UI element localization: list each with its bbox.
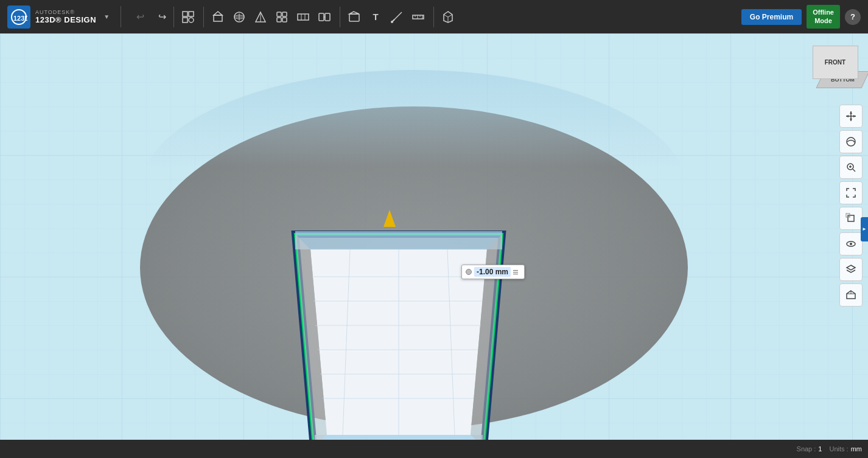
tool-group-transform [173,7,202,27]
svg-point-5 [189,18,194,23]
display-mode-button[interactable] [839,283,863,307]
nav-cube-front-face[interactable]: FRONT [813,46,858,79]
right-panel-collapse-tab[interactable]: ► [861,217,868,241]
svg-rect-24 [349,14,359,21]
logo-area: 123D AUTODESK® 123D® DESIGN ▼ [0,5,117,29]
svg-text:123D: 123D [13,15,27,22]
transform-tool-button[interactable] [178,7,198,27]
svg-rect-18 [298,14,309,20]
group-button[interactable] [314,7,335,27]
sketch-button[interactable] [229,7,250,27]
svg-marker-7 [214,12,222,15]
tool-group-more: T [340,7,432,27]
cup-object[interactable] [289,228,508,458]
svg-rect-53 [295,231,502,249]
redo-button[interactable]: ↪ [152,7,172,27]
ellipse-highlight [140,70,688,192]
snap-label: Snap : [797,445,816,453]
offline-mode-button[interactable]: Offline Mode [807,5,840,28]
svg-rect-2 [183,12,187,16]
construct-button[interactable] [250,7,271,27]
go-premium-button[interactable]: Go Premium [741,9,802,25]
toolbar-divider [121,6,121,27]
dimension-value[interactable]: -1.00 mm [474,267,511,277]
dimension-dropdown-button[interactable] [513,268,520,276]
nav-cube[interactable]: FRONT BOTTOM [813,46,867,97]
fit-view-button[interactable] [839,181,863,204]
snap-value: 1 [818,445,822,453]
svg-rect-29 [413,15,424,19]
logo-icon: 123D [7,5,30,29]
svg-marker-60 [850,119,852,121]
measure-button[interactable] [387,7,407,27]
svg-rect-21 [319,13,324,21]
svg-line-36 [448,15,452,17]
svg-rect-4 [183,18,187,23]
svg-rect-16 [277,18,281,22]
pan-tool-button[interactable] [839,105,863,128]
help-button[interactable]: ? [845,9,861,25]
snap-status: Snap : 1 [797,445,822,453]
svg-rect-6 [214,15,222,21]
move-arrow-up[interactable] [383,210,396,227]
toolbar-tools: ↩ ↪ [125,7,467,27]
svg-point-28 [391,21,393,23]
logo-text: AUTODESK® 123D® DESIGN [35,9,96,24]
text-button[interactable]: T [365,7,386,27]
svg-marker-62 [853,115,856,117]
svg-marker-25 [349,12,359,14]
orbit-tool-button[interactable] [839,130,863,153]
cup-svg [289,228,508,458]
svg-rect-17 [282,18,287,22]
tool-group-material [433,7,462,27]
tool-group-primitives [203,7,338,27]
svg-line-66 [853,169,855,172]
status-bar: Snap : 1 Units : mm [0,440,868,458]
dimension-dot [466,269,472,275]
undo-button[interactable]: ↩ [130,7,150,27]
visibility-button[interactable] [839,232,863,255]
modify-button[interactable] [271,7,292,27]
svg-rect-15 [282,12,287,16]
primitives-button[interactable] [208,7,228,27]
svg-marker-59 [850,111,852,114]
zoom-tool-button[interactable] [839,156,863,179]
units-status[interactable]: Units : mm [829,445,862,453]
right-panel: FRONT BOTTOM [839,40,868,458]
shell-button[interactable] [344,7,365,27]
logo-brand: AUTODESK® [35,9,96,15]
dimension-input-box[interactable]: -1.00 mm [461,265,525,279]
svg-marker-74 [847,265,855,270]
svg-point-73 [850,243,852,245]
svg-rect-14 [277,12,281,16]
units-label: Units : [829,445,848,453]
svg-rect-22 [325,13,330,21]
layers-button[interactable] [839,258,863,281]
ruler-button[interactable] [408,7,429,27]
perspective-button[interactable] [839,207,863,230]
toolbar: 123D AUTODESK® 123D® DESIGN ▼ ↩ ↪ [0,0,868,33]
svg-marker-61 [846,115,849,117]
logo-product: 123D® DESIGN [35,15,96,24]
viewport[interactable]: -1.00 mm [0,33,868,458]
svg-line-35 [444,15,448,17]
units-value: mm [851,445,862,453]
right-buttons: Go Premium Offline Mode ? [741,5,868,28]
pattern-button[interactable] [293,7,313,27]
svg-rect-3 [189,12,194,16]
material-button[interactable] [438,7,458,27]
logo-dropdown-icon[interactable]: ▼ [103,13,110,20]
